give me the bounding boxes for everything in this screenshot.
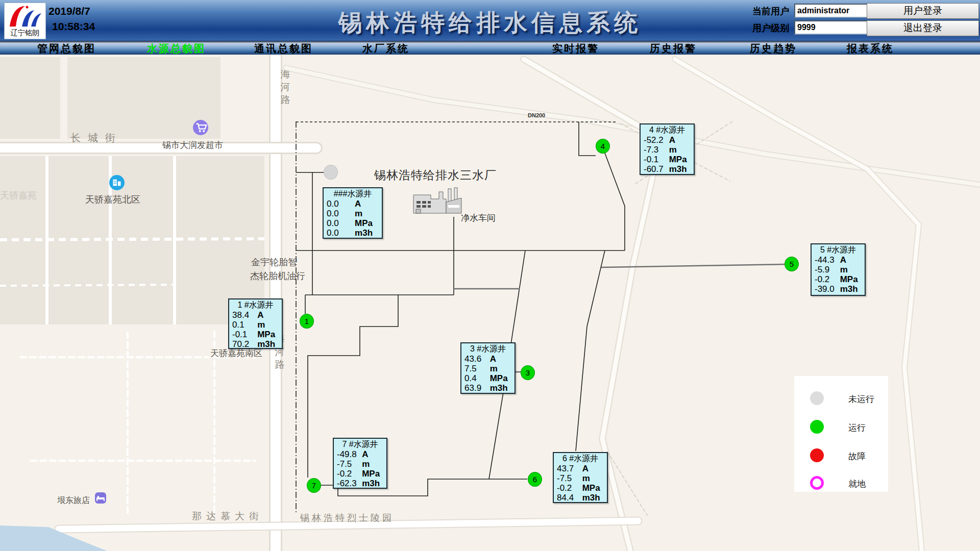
legend-label-local: 就地 (848, 478, 866, 490)
scada-window: 辽宁铭朗 2019/8/7 10:58:34 锡林浩特给排水信息系统 当前用户 … (0, 0, 980, 551)
well-box-1[interactable]: 1 #水源井 38.4A 0.1m -0.1MPa 70.2m3h (228, 298, 283, 349)
well-4-circle-running[interactable]: 4 (596, 139, 610, 154)
legend-dot-fault (810, 448, 824, 462)
status-legend: 未运行 运行 故障 就地 (794, 376, 888, 492)
poi-label-supermarket: 锡市大润发超市 (162, 139, 223, 151)
logout-button[interactable]: 退出登录 (867, 20, 979, 36)
legend-label-running: 运行 (848, 422, 866, 434)
legend-row-local: 就地 (794, 476, 888, 490)
well-box-3[interactable]: 3 #水源井 43.6A 7.5m 0.4MPa 63.9m3h (460, 342, 516, 394)
current-user-label: 当前用户 (752, 5, 789, 17)
legend-label-fault: 故障 (848, 450, 866, 462)
login-button[interactable]: 用户登录 (867, 3, 979, 19)
header-bar: 辽宁铭朗 2019/8/7 10:58:34 锡林浩特给排水信息系统 当前用户 … (0, 0, 980, 41)
map-view[interactable]: 长城街 锡市大润发超市 天骄嘉苑 天骄嘉苑北区 天骄嘉苑南区 金宇轮胎智 杰轮胎… (0, 55, 980, 551)
tab-water-source-overview[interactable]: 水源总貌图 (147, 42, 206, 56)
well-6-circle-running[interactable]: 6 (528, 472, 542, 487)
well-box-6[interactable]: 6 #水源井 43.7A -7.5m -0.2MPa 84.4m3h (553, 452, 608, 503)
workshop-label: 净水车间 (461, 212, 496, 224)
well-box-title: 7 #水源井 (337, 439, 383, 449)
poi-label-martyrs-cemetery: 锡林浩特烈士陵园 (300, 512, 394, 524)
well-box-7[interactable]: 7 #水源井 -49.8A -7.5m -0.2MPa -62.3m3h (333, 438, 387, 489)
tab-realtime-alarm[interactable]: 实时报警 (552, 42, 599, 56)
well-box-5[interactable]: 5 #水源井 -44.3A -5.9m -0.2MPa -39.0m3h (811, 243, 866, 296)
legend-label-notrunning: 未运行 (848, 393, 874, 405)
hotel-icon (95, 492, 106, 504)
well-5-circle-running[interactable]: 5 (785, 257, 799, 271)
poi-label-tire-shop-2: 杰轮胎机油行 (250, 270, 305, 282)
factory-icon (413, 188, 461, 213)
well-3-circle-running[interactable]: 3 (521, 365, 535, 380)
city-blocks (0, 57, 264, 324)
pipe-diameter-label: DN200 (528, 112, 545, 118)
nav-bar: 管网总貌图 水源总貌图 通讯总貌图 水厂系统 实时报警 历史报警 历史趋势 报表… (0, 41, 980, 55)
street-label-haihe-top: 海河路 (280, 68, 291, 106)
legend-dot-local (810, 476, 824, 490)
well-box-title: 6 #水源井 (557, 454, 604, 464)
tab-water-plant-system[interactable]: 水厂系统 (362, 42, 409, 56)
tab-history-trend[interactable]: 历史趋势 (750, 42, 797, 56)
well-box-unknown[interactable]: ###水源井 0.0A 0.0m 0.0MPa 0.0m3h (323, 187, 383, 239)
well-box-title: 3 #水源井 (464, 344, 511, 354)
poi-label-tire-shop-1: 金宇轮胎智 (251, 256, 297, 268)
well-box-title: 4 #水源井 (644, 125, 691, 135)
well-box-title: 5 #水源井 (815, 245, 862, 255)
street-label-changcheng: 长城街 (70, 131, 122, 145)
tab-communication-overview[interactable]: 通讯总貌图 (254, 42, 313, 56)
plant-title: 锡林浩特给排水三水厂 (374, 167, 497, 183)
tab-pipe-network-overview[interactable]: 管网总貌图 (37, 42, 96, 56)
well-2-circle-notrunning[interactable] (324, 165, 338, 180)
tab-history-alarm[interactable]: 历史报警 (650, 42, 697, 56)
legend-row-fault: 故障 (794, 448, 888, 463)
well-7-circle-running[interactable]: 7 (307, 478, 321, 493)
street-label-nadamu: 那达慕大街 (192, 510, 263, 523)
well-box-title: ###水源井 (327, 189, 379, 199)
user-level-label: 用户级别 (752, 22, 789, 34)
poi-label-tianjiao-south: 天骄嘉苑南区 (210, 347, 262, 359)
residence-north-icon (109, 175, 125, 190)
legend-dot-notrunning (810, 391, 824, 405)
supermarket-icon (193, 120, 208, 135)
legend-dot-running (810, 420, 824, 434)
poi-label-tianjiao-north: 天骄嘉苑北区 (85, 193, 140, 206)
well-box-title: 1 #水源井 (232, 300, 279, 310)
well-box-4[interactable]: 4 #水源井 -52.2A -7.3m -0.1MPa -60.7m3h (640, 123, 695, 175)
legend-row-notrunning: 未运行 (794, 391, 888, 406)
well-1-circle-running[interactable]: 1 (300, 314, 314, 329)
current-user-input[interactable] (794, 4, 870, 18)
poi-label-hotel: 垠东旅店 (57, 495, 90, 506)
tab-report-system[interactable]: 报表系统 (847, 42, 894, 56)
legend-row-running: 运行 (794, 420, 888, 434)
user-level-input[interactable] (794, 20, 870, 35)
poi-label-tianjiao: 天骄嘉苑 (0, 189, 37, 202)
